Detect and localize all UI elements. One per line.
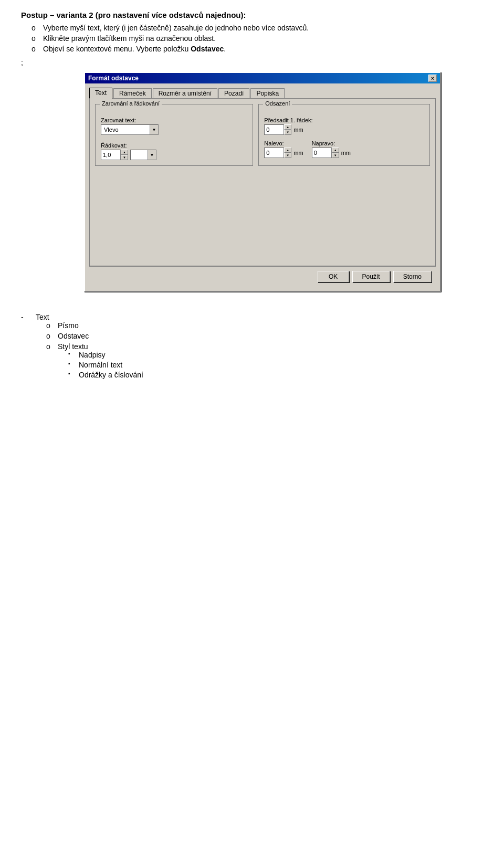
nalevo-unit: mm <box>293 150 303 156</box>
tab-ramecek[interactable]: Rámeček <box>113 88 152 98</box>
tab-rozmer-umisteni[interactable]: Rozměr a umístění <box>153 88 217 98</box>
predsadit-spin-buttons: ▲ ▼ <box>284 124 291 135</box>
radikovani-spinner: ▲ ▼ <box>101 150 128 160</box>
text-item-content: Text Písmo Odstavec Styl textu <box>36 313 143 383</box>
sub-sub-item-normalni-text: Normální text <box>68 361 143 369</box>
sub-sub-item-odrazky: Odrážky a číslování <box>68 371 143 379</box>
zarovnat-arrow-icon[interactable]: ▼ <box>150 125 158 134</box>
dash-list: - Text Písmo Odstavec Styl textu <box>21 313 483 383</box>
sub-list: Písmo Odstavec Styl textu Nadpisy <box>46 321 143 381</box>
radikovani-label: Řádkovat: <box>101 142 247 149</box>
page-content: Postup – varianta 2 (pro nastavení více … <box>21 10 483 383</box>
napravo-spin-up[interactable]: ▲ <box>332 148 339 153</box>
semicolon: ; <box>21 58 483 67</box>
odsazeni-panel: Odsazení Předsadit 1. řádek: ▲ ▼ <box>258 104 430 166</box>
dialog-close-button[interactable]: × <box>428 75 437 82</box>
step-3: Objeví se kontextové menu. Vyberte polož… <box>32 45 483 53</box>
tab-text[interactable]: Text <box>89 88 112 99</box>
odstavec-bold: Odstavec <box>191 45 224 53</box>
tab-row: Text Rámeček Rozměr a umístění Pozadí Po… <box>89 88 436 98</box>
ok-button[interactable]: OK <box>318 271 349 282</box>
tab-popiska[interactable]: Popiska <box>250 88 285 98</box>
napravo-unit: mm <box>341 150 351 156</box>
nalevo-napravo-row: Nalevo: ▲ ▼ <box>264 140 424 158</box>
napravo-label: Napravo: <box>312 140 351 146</box>
sub-item-styl-textu: Styl textu Nadpisy Normální text <box>46 342 143 381</box>
zarovnani-legend: Zarovnání a řádkování <box>100 100 162 107</box>
page-heading: Postup – varianta 2 (pro nastavení více … <box>21 10 483 19</box>
napravo-spin-buttons: ▲ ▼ <box>332 148 339 158</box>
radikovani-field: Řádkovat: ▲ ▼ <box>101 142 247 160</box>
text-item-label: Text <box>36 313 49 321</box>
odsazeni-legend: Odsazení <box>263 100 292 107</box>
napravo-input[interactable] <box>312 148 332 158</box>
pouzit-button[interactable]: Použít <box>352 271 390 282</box>
zarovnat-select[interactable]: Vlevo ▼ <box>101 124 159 135</box>
dialog-titlebar: Formát odstavce × <box>85 73 440 83</box>
zarovnat-field: Zarovnat text: Vlevo ▼ <box>101 117 247 135</box>
predsadit-spinner: ▲ ▼ <box>264 124 291 135</box>
napravo-spin-down[interactable]: ▼ <box>332 153 339 158</box>
nalevo-inline: ▲ ▼ mm <box>264 148 303 158</box>
nalevo-spin-up[interactable]: ▲ <box>284 148 291 153</box>
tab-pozadi[interactable]: Pozadí <box>218 88 249 98</box>
sub-sub-list: Nadpisy Normální text Odrážky a číslován… <box>68 351 143 379</box>
sub-item-pismo: Písmo <box>46 321 143 330</box>
panels-row: Zarovnání a řádkování Zarovnat text: Vle… <box>95 104 430 166</box>
dialog-wrapper: Formát odstavce × Text Rámeček Rozměr a … <box>84 72 483 292</box>
napravo-inline: ▲ ▼ mm <box>312 148 351 158</box>
radikovani-spin-buttons: ▲ ▼ <box>121 150 128 160</box>
predsadit-unit: mm <box>293 127 303 133</box>
napravo-group: Napravo: ▲ ▼ <box>312 140 351 158</box>
nalevo-label: Nalevo: <box>264 140 303 146</box>
nalevo-input[interactable] <box>264 148 284 158</box>
predsadit-spin-down[interactable]: ▼ <box>284 130 291 135</box>
nalevo-group: Nalevo: ▲ ▼ <box>264 140 303 158</box>
nalevo-spinner: ▲ ▼ <box>264 148 291 158</box>
sub-sub-item-nadpisy: Nadpisy <box>68 351 143 359</box>
radikovani-row: ▲ ▼ ▼ <box>101 150 247 160</box>
storno-button[interactable]: Storno <box>393 271 432 282</box>
nalevo-spin-buttons: ▲ ▼ <box>284 148 291 158</box>
steps-list: Vyberte myší text, který (i jen částečně… <box>32 24 483 53</box>
napravo-spinner: ▲ ▼ <box>312 148 339 158</box>
predsadit-spin-up[interactable]: ▲ <box>284 124 291 130</box>
bottom-section: - Text Písmo Odstavec Styl textu <box>21 313 483 383</box>
step-1: Vyberte myší text, který (i jen částečně… <box>32 24 483 32</box>
dash-symbol: - <box>21 313 32 321</box>
format-odstavce-dialog: Formát odstavce × Text Rámeček Rozměr a … <box>84 72 441 292</box>
radikovani-dropdown[interactable]: ▼ <box>130 150 156 160</box>
radikovani-input[interactable] <box>101 150 121 160</box>
tab-content-area: Zarovnání a řádkování Zarovnat text: Vle… <box>89 98 436 266</box>
step-2: Klikněte pravým tlačítkem myši na označe… <box>32 34 483 43</box>
radikovani-spin-up[interactable]: ▲ <box>121 150 128 155</box>
zarovnani-panel: Zarovnání a řádkování Zarovnat text: Vle… <box>95 104 253 166</box>
predsadit-inline: ▲ ▼ mm <box>264 124 424 135</box>
zarovnat-label: Zarovnat text: <box>101 117 247 123</box>
radikovani-spin-down[interactable]: ▼ <box>121 155 128 160</box>
nalevo-spin-down[interactable]: ▼ <box>284 153 291 158</box>
predsadit-field: Předsadit 1. řádek: ▲ ▼ <box>264 117 424 135</box>
dash-list-item-text: - Text Písmo Odstavec Styl textu <box>21 313 483 383</box>
dialog-body: Text Rámeček Rozměr a umístění Pozadí Po… <box>85 83 440 291</box>
sub-item-odstavec: Odstavec <box>46 332 143 340</box>
dialog-title: Formát odstavce <box>88 75 139 82</box>
predsadit-label: Předsadit 1. řádek: <box>264 117 424 123</box>
predsadit-input[interactable] <box>264 124 284 135</box>
radikovani-dropdown-arrow-icon[interactable]: ▼ <box>148 150 156 160</box>
dialog-buttons: OK Použít Storno <box>89 266 436 287</box>
